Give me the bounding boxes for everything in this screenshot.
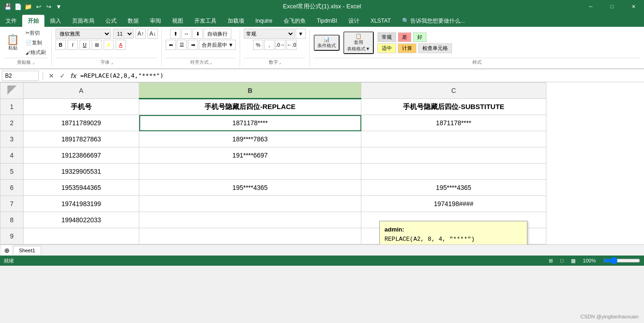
save-icon[interactable]: 💾 — [4, 2, 12, 11]
paste-button[interactable]: 📋 粘贴 — [4, 34, 22, 52]
cell-B1[interactable]: 手机号隐藏后四位-REPLACE — [139, 99, 361, 115]
check-cell-style[interactable]: 检查单元格 — [418, 43, 452, 53]
sheet-tab-1[interactable]: Sheet1 — [13, 246, 41, 255]
zoom-slider[interactable] — [603, 257, 640, 264]
copy-button[interactable]: 📄 复制 — [24, 38, 48, 47]
tab-tipdmbi[interactable]: TipdmBI — [311, 15, 343, 27]
cell-A3[interactable]: 18917827863 — [24, 131, 139, 147]
cut-button[interactable]: ✂ 剪切 — [24, 29, 48, 37]
cell-B2[interactable]: 1871178**** — [139, 115, 361, 131]
view-layout-icon[interactable]: □ — [560, 258, 564, 263]
formula-input[interactable] — [80, 72, 642, 79]
format-as-table-button[interactable]: 📋 套用表格格式▼ — [343, 31, 374, 54]
cell-B3[interactable]: 189****7863 — [139, 131, 361, 147]
bold-button[interactable]: B — [56, 40, 66, 50]
confirm-formula-icon[interactable]: ✓ — [58, 72, 67, 79]
tab-developer[interactable]: 开发工具 — [189, 15, 222, 27]
tab-data[interactable]: 数据 — [122, 15, 144, 27]
minimize-button[interactable]: ─ — [580, 0, 601, 13]
view-break-icon[interactable]: ▦ — [571, 258, 576, 264]
cell-A9[interactable] — [24, 228, 139, 244]
cell-B9[interactable] — [139, 228, 361, 244]
cell-A1[interactable]: 手机号 — [24, 99, 139, 115]
cell-reference-box[interactable] — [2, 71, 39, 81]
number-format-expand[interactable]: ▼ — [296, 29, 306, 39]
column-header-a[interactable]: A — [24, 83, 139, 99]
cell-B7[interactable] — [139, 196, 361, 212]
font-name-select[interactable]: 微软雅黑 — [56, 29, 111, 39]
tab-addins[interactable]: 加载项 — [222, 15, 250, 27]
cell-A2[interactable]: 18711789029 — [24, 115, 139, 131]
underline-button[interactable]: U — [80, 40, 90, 50]
undo-icon[interactable]: ↩ — [34, 2, 43, 11]
tab-inquire[interactable]: Inquire — [250, 15, 278, 27]
customize-icon[interactable]: ▼ — [55, 2, 63, 11]
tab-page-layout[interactable]: 页面布局 — [67, 15, 100, 27]
calc-style[interactable]: 计算 — [398, 43, 416, 53]
font-size-select[interactable]: 11 — [113, 29, 134, 39]
cell-C3[interactable] — [361, 131, 546, 147]
cell-C7[interactable]: 1974198#### — [361, 196, 546, 212]
tab-xlstat[interactable]: XLSTAT — [365, 15, 396, 27]
cell-A5[interactable]: 19329905531 — [24, 164, 139, 180]
column-header-c[interactable]: C — [361, 83, 546, 99]
tab-help[interactable]: 🔍 告诉我您想要做什么... — [396, 15, 471, 27]
cell-C5[interactable] — [361, 164, 546, 180]
align-top-button[interactable]: ⬆ — [170, 29, 180, 39]
align-bottom-button[interactable]: ⬇ — [192, 29, 203, 39]
add-sheet-button[interactable]: ⊕ — [2, 245, 12, 256]
cell-B4[interactable]: 191****6697 — [139, 147, 361, 164]
new-icon[interactable]: 📄 — [14, 2, 22, 11]
redo-icon[interactable]: ↪ — [44, 2, 53, 11]
tab-file[interactable]: 文件 — [0, 15, 22, 27]
cell-B8[interactable] — [139, 212, 361, 228]
italic-button[interactable]: I — [68, 40, 78, 50]
cell-A4[interactable]: 19123866697 — [24, 147, 139, 164]
decrease-decimal-button[interactable]: ←.0 — [286, 40, 297, 50]
cell-A7[interactable]: 19741983199 — [24, 196, 139, 212]
close-button[interactable]: ✕ — [623, 0, 644, 13]
tab-insert[interactable]: 插入 — [44, 15, 67, 27]
tab-home[interactable]: 开始 — [22, 15, 44, 27]
tab-view[interactable]: 视图 — [167, 15, 189, 27]
cell-C1[interactable]: 手机号隐藏后四位-SUBSTITUTE — [361, 99, 546, 115]
align-middle-button[interactable]: ↔ — [181, 29, 192, 39]
cell-C6[interactable]: 195****4365 — [361, 180, 546, 196]
percent-button[interactable]: % — [253, 40, 263, 50]
font-decrease-button[interactable]: A↓ — [148, 29, 158, 39]
bad-style[interactable]: 差 — [398, 32, 411, 42]
align-left-button[interactable]: ⬅ — [166, 40, 176, 50]
align-center-button[interactable]: ☰ — [177, 40, 187, 50]
number-format-select[interactable]: 常规 — [244, 29, 295, 39]
cell-A8[interactable]: 19948022033 — [24, 212, 139, 228]
conditional-format-button[interactable]: 📊 条件格式 — [314, 35, 340, 51]
neutral-style[interactable]: 适中 — [378, 43, 396, 53]
tab-design[interactable]: 设计 — [343, 15, 365, 27]
good-style[interactable]: 好 — [413, 32, 427, 42]
cell-A6[interactable]: 19535944365 — [24, 180, 139, 196]
normal-style[interactable]: 常规 — [378, 32, 396, 42]
format-painter-button[interactable]: 🖌 格式刷 — [24, 48, 48, 57]
align-right-button[interactable]: ➡ — [188, 40, 198, 50]
font-color-button[interactable]: A — [116, 40, 126, 50]
maximize-button[interactable]: □ — [601, 0, 623, 13]
border-button[interactable]: ⊞ — [92, 40, 102, 50]
cell-C2[interactable]: 1871178**** — [361, 115, 546, 131]
cell-C4[interactable] — [361, 147, 546, 164]
insert-function-icon[interactable]: fx — [69, 72, 78, 79]
cell-B5[interactable] — [139, 164, 361, 180]
tab-review[interactable]: 审阅 — [144, 15, 167, 27]
column-header-b[interactable]: B — [139, 83, 361, 99]
fill-color-button[interactable]: A — [104, 40, 114, 50]
merge-center-button[interactable]: 合并后居中 ▼ — [199, 40, 236, 50]
cell-B6[interactable]: 195****4365 — [139, 180, 361, 196]
view-normal-icon[interactable]: ⊞ — [549, 258, 553, 264]
wrap-text-button[interactable]: 自动换行 — [204, 29, 231, 39]
tab-flying-fish[interactable]: 会飞的鱼 — [278, 15, 311, 27]
font-increase-button[interactable]: A↑ — [136, 29, 146, 39]
increase-decimal-button[interactable]: .0→ — [275, 40, 285, 50]
open-icon[interactable]: 📁 — [24, 2, 32, 11]
tab-formula[interactable]: 公式 — [100, 15, 122, 27]
thousands-button[interactable]: , — [264, 40, 274, 50]
cancel-formula-icon[interactable]: ✕ — [47, 72, 56, 79]
